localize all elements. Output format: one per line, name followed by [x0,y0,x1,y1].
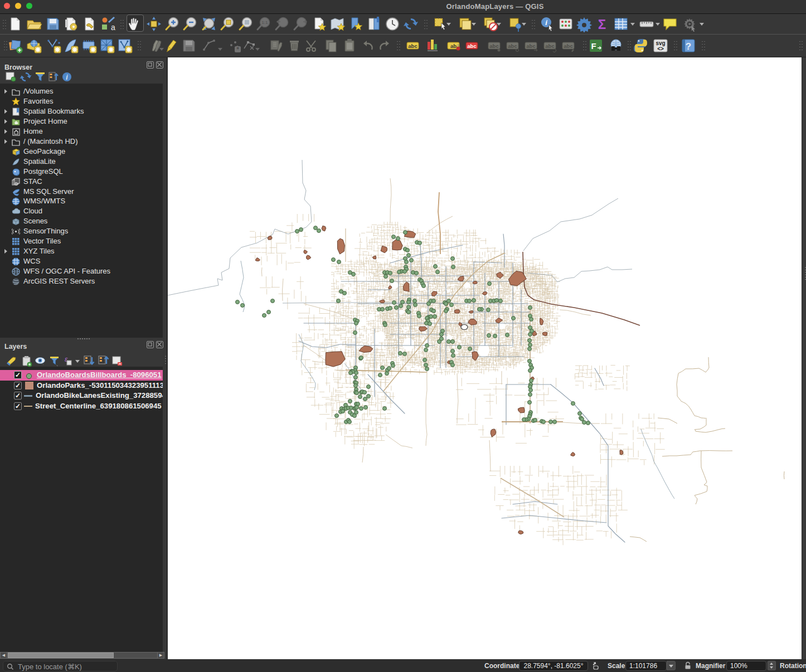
svg-text:abc: abc [467,43,476,49]
svg-text:abc: abc [489,43,498,49]
svg-text:abc: abc [526,43,535,49]
svg-text:Σ: Σ [598,17,606,32]
svg-text:i: i [545,18,547,27]
svg-text:ab: ab [450,43,457,49]
svg-text:*: * [236,46,239,53]
svg-text:abc: abc [508,43,517,49]
svg-text:abc: abc [545,43,554,49]
svg-text:abc: abc [408,43,417,49]
svg-text:abc: abc [564,43,572,49]
svg-text:?: ? [686,41,691,52]
svg-text:a: a [111,23,115,32]
svg-text:F: F [591,41,596,51]
svg-text:<>: <> [657,46,664,52]
svg-text:1:1: 1:1 [262,20,268,25]
